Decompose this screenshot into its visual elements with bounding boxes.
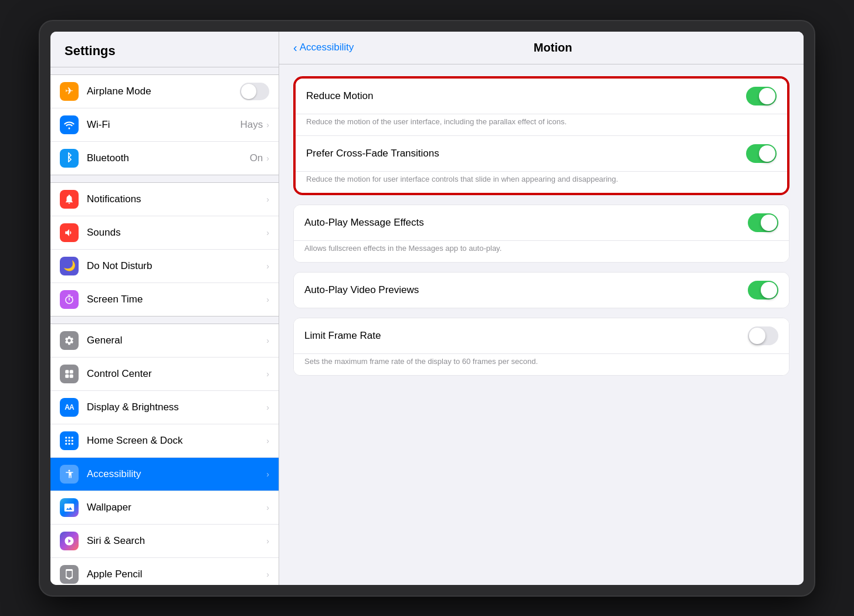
screen-time-chevron: › (266, 295, 269, 304)
svg-rect-1 (70, 370, 73, 373)
apple-pencil-chevron: › (266, 570, 269, 579)
accessibility-label: Accessibility (87, 468, 266, 480)
autoplay-message-group: Auto-Play Message Effects Allows fullscr… (293, 205, 789, 263)
content-panel: ‹ Accessibility Motion Reduce Motion Red… (279, 32, 804, 585)
sidebar-title: Settings (50, 32, 279, 67)
do-not-disturb-icon: 🌙 (60, 257, 79, 275)
autoplay-message-description: Allows fullscreen effects in the Message… (294, 241, 789, 262)
reduce-motion-toggle[interactable] (746, 87, 777, 105)
svg-rect-9 (72, 440, 73, 441)
apple-pencil-label: Apple Pencil (87, 569, 266, 580)
svg-rect-0 (65, 370, 69, 373)
sidebar-item-control-center[interactable]: Control Center › (50, 358, 279, 391)
bluetooth-label: Bluetooth (87, 152, 250, 164)
accessibility-icon (60, 465, 79, 484)
general-label: General (87, 335, 266, 346)
sidebar-item-siri[interactable]: Siri & Search › (50, 525, 279, 558)
sounds-icon (60, 223, 79, 242)
sidebar-item-home-screen[interactable]: Home Screen & Dock › (50, 424, 279, 458)
screen-time-label: Screen Time (87, 294, 266, 305)
sidebar-item-general[interactable]: General › (50, 324, 279, 358)
general-chevron: › (266, 336, 269, 345)
sounds-chevron: › (266, 228, 269, 237)
limit-frame-rate-group: Limit Frame Rate Sets the maximum frame … (293, 318, 789, 376)
siri-label: Siri & Search (87, 535, 266, 547)
sidebar-item-do-not-disturb[interactable]: 🌙 Do Not Disturb › (50, 250, 279, 283)
notifications-chevron: › (266, 195, 269, 204)
svg-rect-11 (69, 443, 70, 444)
sidebar-section-connectivity: ✈ Airplane Mode Wi-Fi Hays › (50, 74, 279, 175)
reduce-motion-row: Reduce Motion (296, 79, 787, 114)
accessibility-chevron: › (266, 469, 269, 479)
svg-rect-10 (65, 443, 67, 444)
bluetooth-icon: ᛒ (60, 149, 79, 168)
home-screen-icon (60, 431, 79, 450)
limit-frame-rate-toggle[interactable] (748, 326, 778, 345)
wifi-value: Hays (240, 119, 263, 131)
prefer-cross-fade-label: Prefer Cross-Fade Transitions (306, 148, 746, 159)
sidebar-item-bluetooth[interactable]: ᛒ Bluetooth On › (50, 142, 279, 175)
device-frame: Settings ✈ Airplane Mode (40, 21, 814, 595)
screen-time-icon (60, 290, 79, 309)
wallpaper-label: Wallpaper (87, 502, 266, 513)
sidebar-item-wallpaper[interactable]: Wallpaper › (50, 491, 279, 525)
back-button[interactable]: ‹ Accessibility (293, 41, 354, 55)
sidebar-item-sounds[interactable]: Sounds › (50, 216, 279, 250)
autoplay-video-label: Auto-Play Video Previews (304, 284, 748, 296)
do-not-disturb-label: Do Not Disturb (87, 260, 266, 272)
general-icon (60, 331, 79, 350)
page-title: Motion (363, 41, 743, 55)
apple-pencil-icon (60, 565, 79, 584)
wifi-label: Wi-Fi (87, 119, 240, 131)
svg-rect-3 (70, 374, 73, 377)
limit-frame-rate-label: Limit Frame Rate (304, 330, 748, 342)
sounds-label: Sounds (87, 227, 266, 239)
sidebar: Settings ✈ Airplane Mode (50, 32, 279, 585)
sidebar-section-alerts: Notifications › Sounds › 🌙 Do Not Distur… (50, 182, 279, 316)
airplane-mode-label: Airplane Mode (87, 86, 240, 97)
prefer-cross-fade-toggle[interactable] (746, 144, 777, 163)
prefer-cross-fade-description: Reduce the motion for user interface con… (296, 172, 787, 193)
back-button-label: Accessibility (300, 42, 354, 53)
sidebar-item-display[interactable]: AA Display & Brightness › (50, 391, 279, 424)
wallpaper-icon (60, 498, 79, 517)
back-chevron-icon: ‹ (293, 41, 297, 55)
airplane-mode-toggle[interactable] (240, 83, 269, 100)
sidebar-item-notifications[interactable]: Notifications › (50, 183, 279, 216)
home-screen-chevron: › (266, 436, 269, 445)
svg-rect-12 (72, 443, 73, 444)
wallpaper-chevron: › (266, 503, 269, 512)
display-icon: AA (60, 398, 79, 417)
svg-rect-4 (65, 437, 67, 438)
display-chevron: › (266, 403, 269, 412)
sidebar-item-accessibility[interactable]: Accessibility › (50, 458, 279, 491)
notifications-label: Notifications (87, 193, 266, 205)
display-label: Display & Brightness (87, 401, 266, 413)
autoplay-video-group: Auto-Play Video Previews (293, 272, 789, 308)
notifications-icon (60, 190, 79, 209)
highlighted-settings-group: Reduce Motion Reduce the motion of the u… (293, 76, 789, 195)
svg-rect-5 (69, 437, 70, 438)
siri-chevron: › (266, 536, 269, 546)
autoplay-message-label: Auto-Play Message Effects (304, 217, 748, 229)
sidebar-item-airplane-mode[interactable]: ✈ Airplane Mode (50, 75, 279, 108)
bluetooth-chevron: › (266, 154, 269, 163)
sidebar-item-screen-time[interactable]: Screen Time › (50, 283, 279, 316)
siri-icon (60, 532, 79, 550)
sidebar-item-wifi[interactable]: Wi-Fi Hays › (50, 108, 279, 142)
prefer-cross-fade-row: Prefer Cross-Fade Transitions (296, 135, 787, 172)
autoplay-video-toggle[interactable] (748, 281, 778, 300)
limit-frame-rate-description: Sets the maximum frame rate of the displ… (294, 354, 789, 375)
svg-rect-7 (65, 440, 67, 441)
sidebar-item-apple-pencil[interactable]: Apple Pencil › (50, 558, 279, 585)
sidebar-section-display: General › Control Center › AA Display & … (50, 324, 279, 585)
autoplay-video-row: Auto-Play Video Previews (294, 273, 789, 308)
reduce-motion-label: Reduce Motion (306, 90, 746, 102)
svg-rect-6 (72, 437, 73, 438)
reduce-motion-group: Reduce Motion Reduce the motion of the u… (296, 79, 787, 193)
wifi-icon (60, 115, 79, 134)
svg-point-13 (69, 469, 70, 471)
svg-rect-8 (69, 440, 70, 441)
control-center-label: Control Center (87, 368, 266, 380)
autoplay-message-toggle[interactable] (748, 213, 778, 232)
